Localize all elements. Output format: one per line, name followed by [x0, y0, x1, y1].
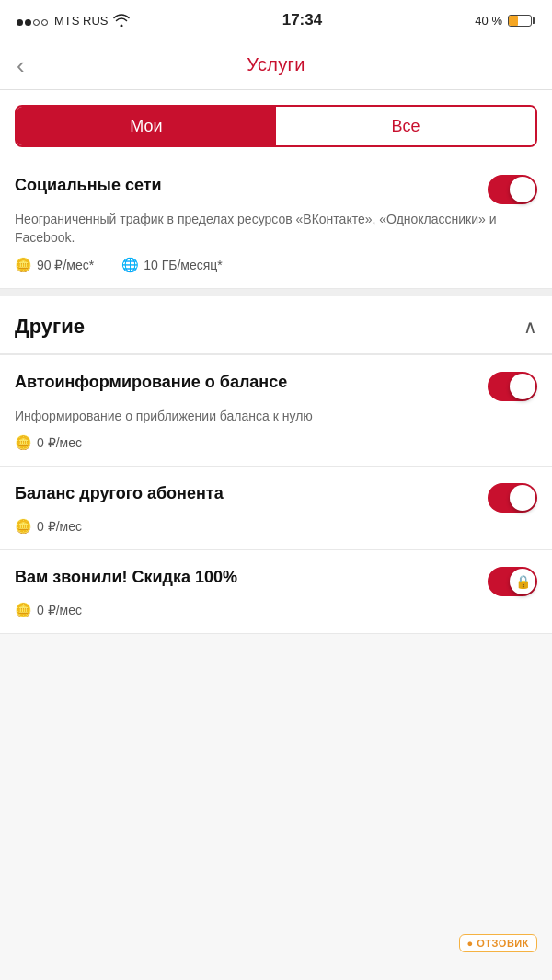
coin-icon-balance: 🪙 — [15, 518, 32, 535]
status-left: MTS RUS — [17, 13, 130, 29]
section-other-header[interactable]: Другие ∧ — [0, 296, 552, 354]
service-title-missed: Вам звонили! Скидка 100% — [15, 567, 488, 588]
service-title: Социальные сети — [15, 175, 488, 196]
service-header: Социальные сети — [15, 175, 537, 204]
battery-icon — [508, 15, 535, 27]
segment-moi[interactable]: Мои — [17, 107, 276, 145]
service-header-missed: Вам звонили! Скидка 100% 🔒 — [15, 567, 537, 596]
service-desc: Неограниченный трафик в пределах ресурсо… — [15, 210, 537, 248]
meta-price-autoinfo: 🪙 0 ₽/мес — [15, 434, 82, 451]
nav-bar: ‹ Услуги — [0, 40, 552, 90]
chevron-up-icon: ∧ — [523, 316, 537, 338]
segment-container: Мои Все — [0, 90, 552, 158]
toggle-autoinfo[interactable] — [488, 372, 537, 401]
meta-price-missed: 🪙 0 ₽/мес — [15, 602, 82, 618]
carrier-label: MTS RUS — [54, 14, 109, 28]
globe-icon: 🌐 — [121, 257, 139, 273]
coin-icon-missed: 🪙 — [15, 602, 32, 618]
service-meta-balance: 🪙 0 ₽/мес — [15, 518, 537, 535]
battery-percent: 40 % — [475, 14, 502, 28]
service-desc-autoinfo: Информирование о приближении баланса к н… — [15, 407, 537, 425]
service-title-balance: Баланс другого абонента — [15, 483, 488, 504]
service-autoinfo: Автоинформирование о балансе Информирова… — [0, 355, 552, 467]
service-missed-call: Вам звонили! Скидка 100% 🔒 🪙 0 ₽/мес — [0, 550, 552, 634]
page-title: Услуги — [247, 54, 305, 75]
toggle-social[interactable] — [488, 175, 537, 204]
service-balance-other: Баланс другого абонента 🪙 0 ₽/мес — [0, 467, 552, 550]
coin-icon: 🪙 — [15, 257, 32, 273]
segment-control: Мои Все — [15, 105, 537, 147]
toggle-balance[interactable] — [488, 483, 537, 513]
meta-price: 🪙 90 ₽/мес* — [15, 257, 94, 273]
coin-icon-autoinfo: 🪙 — [15, 434, 32, 451]
service-header-balance: Баланс другого абонента — [15, 483, 537, 513]
section-other-title: Другие — [15, 315, 85, 339]
toggle-missed[interactable]: 🔒 — [488, 567, 537, 596]
status-time: 17:34 — [282, 11, 322, 29]
meta-data: 🌐 10 ГБ/месяц* — [121, 257, 223, 273]
service-title-autoinfo: Автоинформирование о балансе — [15, 372, 488, 393]
service-meta: 🪙 90 ₽/мес* 🌐 10 ГБ/месяц* — [15, 257, 537, 273]
signal-dots — [17, 13, 50, 29]
section-separator — [0, 289, 552, 296]
segment-vse[interactable]: Все — [276, 107, 535, 145]
service-meta-autoinfo: 🪙 0 ₽/мес — [15, 434, 537, 451]
service-header-autoinfo: Автоинформирование о балансе — [15, 372, 537, 401]
watermark: ● OTЗOBИК — [459, 934, 538, 952]
service-social-networks: Социальные сети Неограниченный трафик в … — [0, 158, 552, 289]
status-right: 40 % — [475, 14, 535, 28]
status-bar: MTS RUS 17:34 40 % — [0, 0, 552, 40]
back-button[interactable]: ‹ — [17, 53, 25, 77]
wifi-icon — [113, 14, 130, 27]
service-meta-missed: 🪙 0 ₽/мес — [15, 602, 537, 618]
meta-price-balance: 🪙 0 ₽/мес — [15, 518, 82, 535]
